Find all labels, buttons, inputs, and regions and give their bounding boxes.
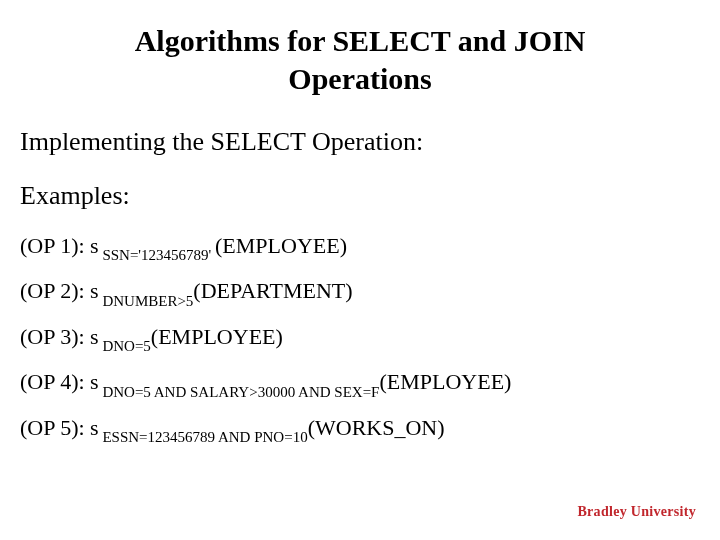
- footer-brand: Bradley University: [577, 504, 696, 520]
- operation-label: (OP 1):: [20, 233, 90, 258]
- section-label: Examples:: [20, 181, 700, 211]
- operation-relation: (EMPLOYEE): [151, 324, 283, 349]
- operation-list: (OP 1): s SSN='123456789' (EMPLOYEE) (OP…: [20, 233, 700, 444]
- sigma-symbol: s: [90, 278, 99, 303]
- operation-relation: (DEPARTMENT): [193, 278, 352, 303]
- operation-relation: (EMPLOYEE): [215, 233, 347, 258]
- operation-line: (OP 4): s DNO=5 AND SALARY>30000 AND SEX…: [20, 369, 700, 398]
- operation-label: (OP 3):: [20, 324, 90, 349]
- operation-label: (OP 4):: [20, 369, 90, 394]
- slide-subtitle: Implementing the SELECT Operation:: [20, 127, 700, 157]
- operation-predicate: SSN='123456789': [99, 247, 215, 263]
- sigma-symbol: s: [90, 233, 99, 258]
- operation-line: (OP 3): s DNO=5(EMPLOYEE): [20, 324, 700, 353]
- operation-predicate: DNO=5 AND SALARY>30000 AND SEX=F: [99, 384, 380, 400]
- operation-line: (OP 2): s DNUMBER>5(DEPARTMENT): [20, 278, 700, 307]
- slide-title: Algorithms for SELECT and JOIN Operation…: [80, 22, 640, 97]
- operation-relation: (WORKS_ON): [308, 415, 445, 440]
- operation-predicate: DNO=5: [99, 338, 151, 354]
- sigma-symbol: s: [90, 415, 99, 440]
- sigma-symbol: s: [90, 324, 99, 349]
- slide: Algorithms for SELECT and JOIN Operation…: [0, 0, 720, 540]
- operation-line: (OP 1): s SSN='123456789' (EMPLOYEE): [20, 233, 700, 262]
- sigma-symbol: s: [90, 369, 99, 394]
- operation-line: (OP 5): s ESSN=123456789 AND PNO=10(WORK…: [20, 415, 700, 444]
- operation-label: (OP 2):: [20, 278, 90, 303]
- operation-label: (OP 5):: [20, 415, 90, 440]
- operation-predicate: DNUMBER>5: [99, 293, 194, 309]
- operation-relation: (EMPLOYEE): [379, 369, 511, 394]
- operation-predicate: ESSN=123456789 AND PNO=10: [99, 429, 308, 445]
